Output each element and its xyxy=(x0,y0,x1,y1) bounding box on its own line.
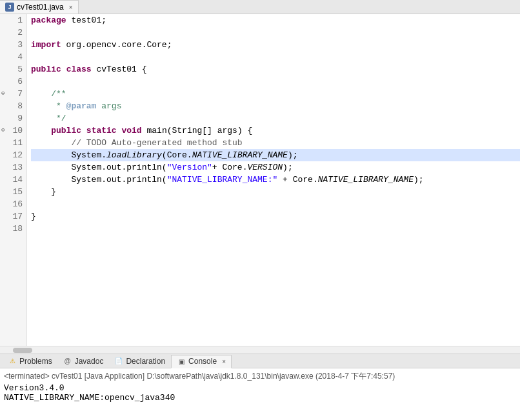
line-num-17: 17 xyxy=(0,210,26,223)
line-num-18: 18 xyxy=(0,223,26,235)
line-num-4: 4 xyxy=(0,51,26,63)
editor-area: 1 2 3 4 5 6 ⊖ 7 8 9 ⊖ 10 11 12 13 14 15 … xyxy=(0,14,520,354)
code-line-16 xyxy=(31,198,520,210)
tab-bar: J cvTest01.java × xyxy=(0,0,520,14)
console-output: <terminated> cvTest01 [Java Application]… xyxy=(0,368,520,420)
line-num-12: 12 xyxy=(0,149,26,161)
code-content[interactable]: package test01; import org.opencv.core.C… xyxy=(27,14,520,346)
line-num-1: 1 xyxy=(0,14,26,26)
line-num-10: ⊖ 10 xyxy=(0,125,26,137)
javadoc-icon: @ xyxy=(63,357,72,366)
code-line-11: // TODO Auto-generated method stub xyxy=(31,137,520,149)
code-line-18 xyxy=(31,223,520,235)
line-num-11: 11 xyxy=(0,137,26,149)
line-num-16: 16 xyxy=(0,198,26,210)
tab-declaration[interactable]: 📄 Declaration xyxy=(109,354,171,368)
line-num-9: 9 xyxy=(0,112,26,125)
tab-label: cvTest01.java xyxy=(17,3,64,12)
line-num-7: ⊖ 7 xyxy=(0,88,26,100)
line-num-8: 8 xyxy=(0,100,26,112)
code-line-12: System.loadLibrary(Core.NATIVE_LIBRARY_N… xyxy=(31,149,520,161)
code-line-17: } xyxy=(31,210,520,223)
code-line-3: import org.opencv.core.Core; xyxy=(31,39,520,51)
collapse-icon-10[interactable]: ⊖ xyxy=(1,125,5,137)
tab-problems[interactable]: ⚠ Problems xyxy=(3,354,58,368)
line-num-2: 2 xyxy=(0,26,26,39)
line-num-5: 5 xyxy=(0,63,26,75)
problems-label: Problems xyxy=(19,357,52,366)
problems-icon: ⚠ xyxy=(8,357,17,366)
code-line-13: System.out.println("Version"+ Core.VERSI… xyxy=(31,161,520,174)
collapse-icon-7[interactable]: ⊖ xyxy=(1,88,5,100)
scrollbar-thumb[interactable] xyxy=(13,348,32,353)
code-line-8: * @param args xyxy=(31,100,520,112)
console-status: <terminated> cvTest01 [Java Application]… xyxy=(4,371,516,382)
console-icon: ▣ xyxy=(177,357,186,366)
console-close-icon[interactable]: × xyxy=(222,358,226,365)
editor-tab[interactable]: J cvTest01.java × xyxy=(0,0,79,14)
console-line-2: NATIVE_LIBRARY_NAME:opencv_java340 xyxy=(4,393,516,403)
horizontal-scrollbar[interactable] xyxy=(0,346,520,354)
code-line-6 xyxy=(31,75,520,88)
code-line-5: public class cvTest01 { xyxy=(31,63,520,75)
console-line-1: Version3.4.0 xyxy=(4,383,516,393)
code-line-2 xyxy=(31,26,520,39)
line-num-15: 15 xyxy=(0,186,26,198)
bottom-panel: ⚠ Problems @ Javadoc 📄 Declaration ▣ Con… xyxy=(0,354,520,420)
bottom-tab-bar: ⚠ Problems @ Javadoc 📄 Declaration ▣ Con… xyxy=(0,354,520,368)
console-label: Console xyxy=(188,357,217,366)
tab-javadoc[interactable]: @ Javadoc xyxy=(58,354,110,368)
code-line-9: */ xyxy=(31,112,520,125)
code-container: 1 2 3 4 5 6 ⊖ 7 8 9 ⊖ 10 11 12 13 14 15 … xyxy=(0,14,520,346)
code-line-1: package test01; xyxy=(31,14,520,26)
line-num-14: 14 xyxy=(0,174,26,186)
code-line-7: /** xyxy=(31,88,520,100)
code-line-4 xyxy=(31,51,520,63)
code-line-14: System.out.println("NATIVE_LIBRARY_NAME:… xyxy=(31,174,520,186)
tab-console[interactable]: ▣ Console × xyxy=(171,355,232,368)
code-line-10: public static void main(String[] args) { xyxy=(31,125,520,137)
line-num-13: 13 xyxy=(0,161,26,174)
declaration-icon: 📄 xyxy=(114,357,123,366)
javadoc-label: Javadoc xyxy=(75,357,104,366)
line-numbers: 1 2 3 4 5 6 ⊖ 7 8 9 ⊖ 10 11 12 13 14 15 … xyxy=(0,14,27,346)
line-num-6: 6 xyxy=(0,75,26,88)
java-file-icon: J xyxy=(5,3,14,12)
line-num-3: 3 xyxy=(0,39,26,51)
declaration-label: Declaration xyxy=(126,357,165,366)
close-icon[interactable]: × xyxy=(69,4,73,11)
code-line-15: } xyxy=(31,186,520,198)
